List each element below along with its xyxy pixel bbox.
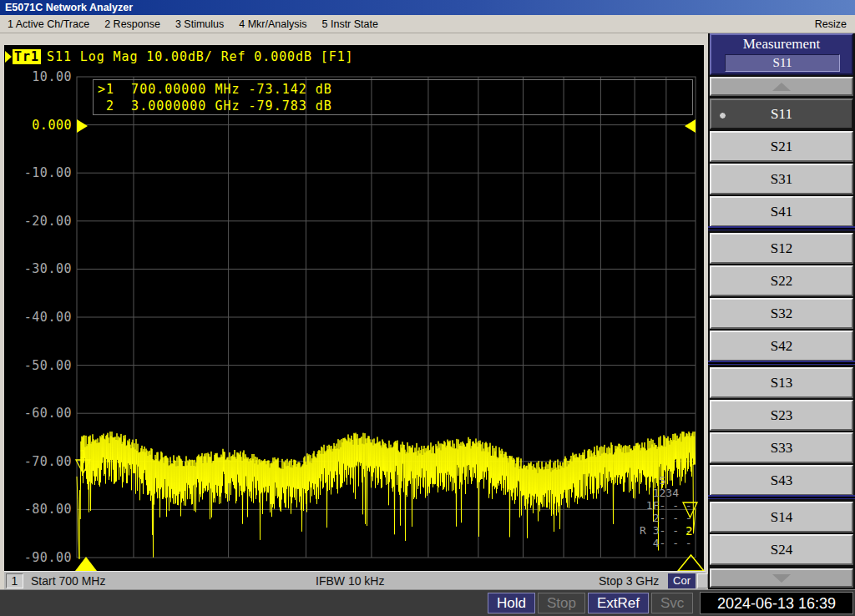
y-label: -30.00 bbox=[18, 261, 72, 276]
y-label: -40.00 bbox=[18, 310, 72, 325]
y-label: -70.00 bbox=[18, 454, 72, 469]
sweep-start-label: Start 700 MHz bbox=[31, 574, 105, 588]
marker-row-1: >1 700.00000 MHz -73.142 dB bbox=[94, 81, 692, 98]
active-trace-arrow-icon bbox=[5, 51, 12, 63]
status-cells: HoldStopExtRefSvc bbox=[488, 593, 693, 613]
sweep-stop-label: Stop 3 GHz bbox=[599, 574, 659, 588]
softkey-label: S23 bbox=[771, 407, 792, 424]
softkey-s42[interactable]: S42 bbox=[710, 331, 853, 361]
menu-bar: 1 Active Ch/Trace 2 Response 3 Stimulus … bbox=[0, 15, 855, 33]
softkey-s23[interactable]: S23 bbox=[710, 400, 853, 431]
softkey-sidebar: Measurement S11 S11S21S31S41S12S22S32S42… bbox=[708, 33, 855, 589]
trace-format-text: S11 Log Mag 10.00dB/ Ref 0.000dB [F1] bbox=[47, 49, 353, 64]
port-indicator: S 1234 1F- - - 2- - - R 3- - - 4- - - bbox=[640, 474, 692, 549]
softkey-label: S41 bbox=[771, 204, 792, 220]
menu-active-ch-trace[interactable]: 1 Active Ch/Trace bbox=[0, 18, 97, 30]
softkey-s12[interactable]: S12 bbox=[710, 233, 853, 264]
instrument-status-bar: HoldStopExtRefSvc 2024-06-13 16:39 bbox=[0, 589, 855, 616]
softkey-label: S32 bbox=[771, 305, 792, 322]
softkey-s31[interactable]: S31 bbox=[710, 164, 853, 194]
plot-area[interactable] bbox=[4, 45, 704, 571]
softkey-s21[interactable]: S21 bbox=[710, 131, 853, 162]
marker-readout: >1 700.00000 MHz -73.142 dB 2 3.0000000 … bbox=[93, 79, 693, 115]
channel-status-bar: 1 Start 700 MHz IFBW 10 kHz Stop 3 GHz C… bbox=[4, 571, 706, 589]
softkey-s13[interactable]: S13 bbox=[710, 367, 853, 398]
channel-number-badge: 1 bbox=[6, 573, 23, 588]
selected-radio-icon bbox=[719, 112, 726, 119]
softkey-label: S13 bbox=[771, 375, 792, 391]
menu-mkr-analysis[interactable]: 4 Mkr/Analysis bbox=[231, 18, 314, 30]
correction-badge: Cor bbox=[668, 573, 696, 588]
status-hold: Hold bbox=[488, 593, 535, 613]
softkey-group-divider bbox=[708, 361, 855, 365]
marker-row-2: 2 3.0000000 GHz -79.783 dB bbox=[94, 98, 692, 114]
softkey-scroll-up-button[interactable] bbox=[710, 77, 853, 96]
arrow-down-icon bbox=[772, 574, 791, 583]
menu-stimulus[interactable]: 3 Stimulus bbox=[168, 18, 231, 30]
status-svc: Svc bbox=[651, 593, 693, 613]
window-title: E5071C Network Analyzer bbox=[0, 0, 855, 15]
softkey-s11[interactable]: S11 bbox=[710, 98, 853, 129]
menu-response[interactable]: 2 Response bbox=[97, 18, 168, 30]
softkey-label: S14 bbox=[771, 509, 792, 526]
y-label: -60.00 bbox=[18, 406, 72, 421]
y-label: -20.00 bbox=[18, 214, 72, 229]
y-label-ref: 0.000 bbox=[18, 118, 72, 133]
menu-instr-state[interactable]: 5 Instr State bbox=[315, 18, 386, 30]
softkey-label: S42 bbox=[771, 338, 792, 355]
softkey-label: S43 bbox=[771, 472, 792, 489]
arrow-up-icon bbox=[772, 83, 791, 91]
softkey-group-divider bbox=[708, 226, 855, 230]
softkey-label: S22 bbox=[771, 273, 792, 290]
measurement-title: Measurement bbox=[711, 36, 852, 53]
status-extref: ExtRef bbox=[588, 593, 649, 613]
softkey-group-divider bbox=[708, 495, 855, 499]
trace-badge: Tr1 bbox=[13, 49, 41, 64]
measurement-value-box: S11 bbox=[725, 54, 840, 72]
y-label: -90.00 bbox=[18, 550, 72, 565]
softkey-s33[interactable]: S33 bbox=[710, 432, 853, 463]
status-stop: Stop bbox=[538, 593, 585, 613]
y-label: 10.00 bbox=[18, 69, 72, 84]
y-label: -10.00 bbox=[18, 165, 72, 180]
softkey-label: S33 bbox=[771, 440, 792, 457]
measurement-header: Measurement S11 bbox=[710, 33, 853, 75]
softkey-s43[interactable]: S43 bbox=[710, 465, 853, 496]
softkey-label: S11 bbox=[771, 106, 792, 123]
correction-spacer bbox=[697, 573, 708, 588]
softkey-label: S12 bbox=[771, 240, 792, 257]
softkey-s24[interactable]: S24 bbox=[710, 534, 853, 565]
softkey-scroll-down-button[interactable] bbox=[710, 568, 853, 588]
trace-header[interactable]: Tr1 S11 Log Mag 10.00dB/ Ref 0.000dB [F1… bbox=[5, 49, 354, 64]
datetime-display: 2024-06-13 16:39 bbox=[700, 592, 853, 614]
y-label: -80.00 bbox=[18, 502, 72, 517]
softkey-label: S21 bbox=[771, 139, 792, 155]
softkey-s14[interactable]: S14 bbox=[710, 502, 853, 533]
resize-button[interactable]: Resize bbox=[807, 18, 855, 30]
softkey-s41[interactable]: S41 bbox=[710, 196, 853, 227]
softkey-s32[interactable]: S32 bbox=[710, 298, 853, 329]
y-label: -50.00 bbox=[18, 358, 72, 373]
softkey-label: S31 bbox=[771, 171, 792, 188]
softkey-label: S24 bbox=[771, 542, 792, 558]
ifbw-label: IFBW 10 kHz bbox=[316, 574, 384, 588]
softkey-s22[interactable]: S22 bbox=[710, 265, 853, 296]
